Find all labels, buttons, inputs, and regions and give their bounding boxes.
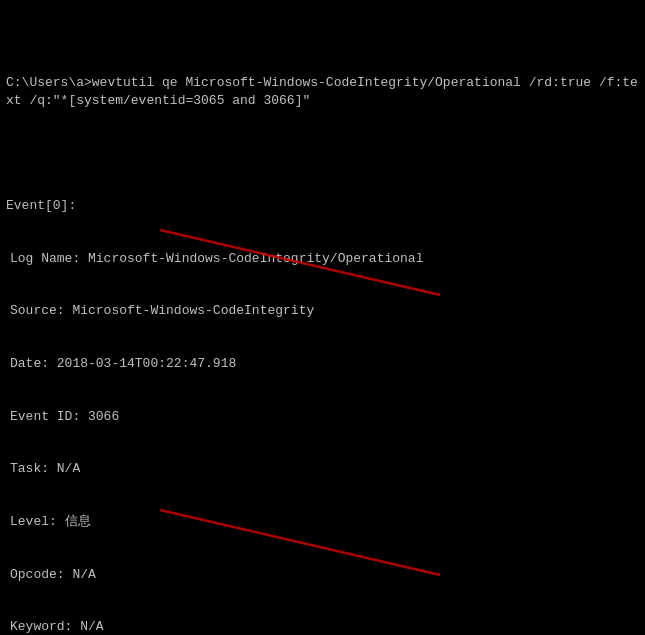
field-level-0: Level: 信息 [6,513,639,531]
cmd-line: C:\Users\a>wevtutil qe Microsoft-Windows… [6,74,639,109]
field-eventid-0: Event ID: 3066 [6,408,639,426]
field-log-name-0: Log Name: Microsoft-Windows-CodeIntegrit… [6,250,639,268]
field-date-0: Date: 2018-03-14T00:22:47.918 [6,355,639,373]
field-source-0: Source: Microsoft-Windows-CodeIntegrity [6,302,639,320]
event-block-0: Event[0]: Log Name: Microsoft-Windows-Co… [6,162,639,635]
terminal-window: C:\Users\a>wevtutil qe Microsoft-Windows… [0,0,645,635]
field-keyword-0: Keyword: N/A [6,618,639,635]
field-opcode-0: Opcode: N/A [6,566,639,584]
event-header-0: Event[0]: [6,197,639,215]
field-task-0: Task: N/A [6,460,639,478]
